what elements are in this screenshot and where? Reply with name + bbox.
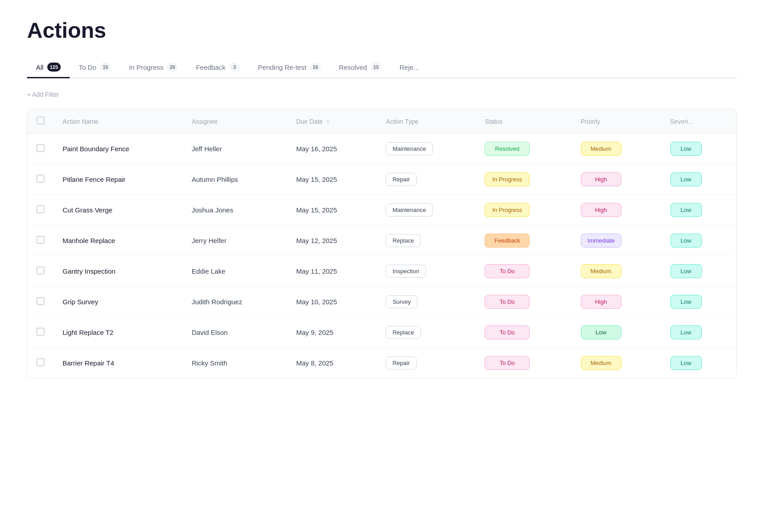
tab-resolved[interactable]: Resolved15 — [330, 57, 391, 78]
severity-badge[interactable]: Low — [670, 203, 702, 217]
row-checkbox[interactable] — [36, 358, 45, 366]
col-header-action-name: Action Name — [54, 109, 183, 134]
action-type-badge[interactable]: Repair — [386, 356, 416, 370]
action-name-text[interactable]: Gantry Inspection — [63, 267, 116, 275]
assignee-cell: Joshua Jones — [183, 195, 287, 225]
tab-todo[interactable]: To Do15 — [70, 57, 120, 78]
action-name-text[interactable]: Cut Grass Verge — [63, 206, 112, 214]
col-header-due-date[interactable]: Due Date ↑ — [287, 109, 377, 134]
row-checkbox[interactable] — [36, 328, 45, 336]
priority-cell: Medium — [572, 134, 661, 164]
severity-cell: Low — [661, 317, 737, 348]
tab-badge: 15 — [371, 63, 382, 72]
severity-badge[interactable]: Low — [670, 325, 702, 339]
status-badge[interactable]: Resolved — [485, 142, 530, 156]
status-badge[interactable]: To Do — [485, 325, 530, 339]
action-name-cell: Grip Survey — [54, 287, 183, 317]
severity-badge[interactable]: Low — [670, 295, 702, 309]
priority-badge[interactable]: Medium — [581, 264, 621, 278]
tab-in-progress[interactable]: In Progress20 — [120, 57, 187, 78]
status-cell: To Do — [476, 256, 571, 287]
row-checkbox-cell — [27, 195, 54, 225]
severity-badge[interactable]: Low — [670, 142, 702, 156]
severity-badge[interactable]: Low — [670, 172, 702, 186]
status-cell: In Progress — [476, 164, 571, 195]
action-type-badge[interactable]: Survey — [386, 295, 417, 308]
status-cell: To Do — [476, 287, 571, 317]
priority-badge[interactable]: Immediate — [581, 234, 622, 248]
due-date-cell: May 11, 2025 — [287, 256, 377, 287]
action-name-text[interactable]: Grip Survey — [63, 298, 98, 306]
severity-badge[interactable]: Low — [670, 264, 702, 278]
action-type-badge[interactable]: Inspection — [386, 265, 426, 278]
row-checkbox-cell — [27, 225, 54, 256]
tab-rejected[interactable]: Reje... — [391, 58, 428, 78]
status-badge[interactable]: To Do — [485, 356, 530, 370]
add-filter-button[interactable]: + Add Filter — [27, 89, 59, 100]
action-type-badge[interactable]: Repair — [386, 173, 416, 186]
page-title: Actions — [27, 18, 737, 43]
priority-badge[interactable]: Low — [581, 325, 621, 339]
action-name-text[interactable]: Barrier Repair T4 — [63, 359, 114, 367]
header-checkbox[interactable] — [36, 117, 45, 125]
due-date-cell: May 15, 2025 — [287, 195, 377, 225]
action-type-badge[interactable]: Replace — [386, 326, 421, 339]
priority-cell: High — [572, 287, 661, 317]
tabs-container: All125To Do15In Progress20Feedback3Pendi… — [27, 57, 737, 78]
action-type-badge[interactable]: Maintenance — [386, 142, 432, 155]
priority-badge[interactable]: High — [581, 203, 621, 217]
action-type-cell: Maintenance — [377, 195, 476, 225]
row-checkbox-cell — [27, 256, 54, 287]
tab-label: Resolved — [339, 63, 367, 71]
col-header-action-type: Action Type — [377, 109, 476, 134]
action-name-text[interactable]: Light Replace T2 — [63, 329, 113, 336]
assignee-cell: Eddie Lake — [183, 256, 287, 287]
due-date-cell: May 12, 2025 — [287, 225, 377, 256]
action-name-text[interactable]: Pitlane Fence Repair — [63, 176, 126, 183]
status-badge[interactable]: In Progress — [485, 203, 530, 217]
priority-badge[interactable]: Medium — [581, 142, 621, 156]
row-checkbox[interactable] — [36, 297, 45, 305]
priority-badge[interactable]: High — [581, 295, 621, 309]
tab-all[interactable]: All125 — [27, 57, 70, 78]
status-badge[interactable]: To Do — [485, 264, 530, 278]
action-name-cell: Paint Boundary Fence — [54, 134, 183, 164]
priority-badge[interactable]: High — [581, 172, 621, 186]
action-name-cell: Light Replace T2 — [54, 317, 183, 348]
row-checkbox-cell — [27, 287, 54, 317]
action-type-cell: Replace — [377, 225, 476, 256]
page-container: Actions All125To Do15In Progress20Feedba… — [0, 0, 764, 397]
row-checkbox[interactable] — [36, 236, 45, 244]
col-header-priority: Priority — [572, 109, 661, 134]
assignee-cell: Jeff Heller — [183, 134, 287, 164]
tab-label: In Progress — [129, 63, 163, 71]
priority-cell: Immediate — [572, 225, 661, 256]
row-checkbox-cell — [27, 134, 54, 164]
status-badge[interactable]: Feedback — [485, 234, 530, 248]
row-checkbox[interactable] — [36, 144, 45, 152]
action-name-text[interactable]: Paint Boundary Fence — [63, 145, 129, 153]
action-type-cell: Replace — [377, 317, 476, 348]
row-checkbox[interactable] — [36, 266, 45, 275]
tab-pending-retest[interactable]: Pending Re-test16 — [249, 57, 330, 78]
severity-cell: Low — [661, 256, 737, 287]
table-row: Barrier Repair T4Ricky SmithMay 8, 2025R… — [27, 348, 737, 379]
table-body: Paint Boundary FenceJeff HellerMay 16, 2… — [27, 134, 737, 379]
row-checkbox[interactable] — [36, 175, 45, 183]
status-badge[interactable]: To Do — [485, 295, 530, 309]
severity-badge[interactable]: Low — [670, 356, 702, 370]
action-name-text[interactable]: Manhole Replace — [63, 237, 115, 244]
tab-label: To Do — [79, 63, 96, 71]
severity-badge[interactable]: Low — [670, 234, 702, 248]
row-checkbox[interactable] — [36, 205, 45, 213]
table-row: Cut Grass VergeJoshua JonesMay 15, 2025M… — [27, 195, 737, 225]
row-checkbox-cell — [27, 317, 54, 348]
severity-cell: Low — [661, 225, 737, 256]
filter-row: + Add Filter — [27, 89, 737, 100]
tab-feedback[interactable]: Feedback3 — [187, 57, 249, 78]
status-cell: Resolved — [476, 134, 571, 164]
priority-badge[interactable]: Medium — [581, 356, 621, 370]
action-type-badge[interactable]: Maintenance — [386, 203, 432, 216]
action-type-badge[interactable]: Replace — [386, 234, 421, 247]
status-badge[interactable]: In Progress — [485, 172, 530, 186]
